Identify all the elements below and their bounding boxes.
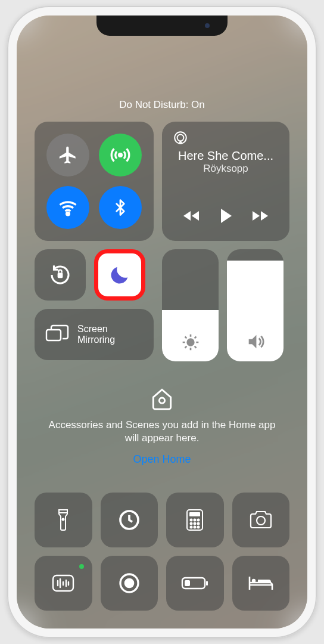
top-row: Here She Come... Röyksopp	[35, 122, 289, 241]
phone-frame: Do Not Disturb: On	[7, 6, 317, 638]
svg-point-21	[257, 516, 265, 525]
svg-rect-27	[185, 580, 190, 586]
svg-point-18	[191, 527, 192, 528]
record-icon	[117, 571, 141, 595]
wifi-button[interactable]	[46, 186, 89, 229]
volume-icon	[245, 332, 266, 352]
svg-point-8	[63, 519, 64, 521]
svg-point-15	[191, 523, 192, 525]
fast-forward-button[interactable]	[251, 209, 269, 223]
timer-button[interactable]	[101, 493, 158, 547]
bedtime-button[interactable]	[232, 556, 290, 611]
flashlight-icon	[57, 507, 70, 532]
camera-icon	[248, 510, 273, 530]
svg-point-24	[125, 579, 133, 587]
svg-point-20	[198, 527, 200, 528]
timer-icon	[117, 508, 141, 532]
bottom-grid	[35, 493, 289, 611]
airplay-icon[interactable]	[173, 130, 188, 145]
open-home-link[interactable]: Open Home	[133, 453, 191, 466]
indicator-dot	[79, 564, 84, 569]
play-button[interactable]	[219, 208, 233, 224]
home-empty-text: Accessories and Scenes you add in the Ho…	[35, 419, 289, 445]
airplane-icon	[58, 145, 78, 165]
rewind-button[interactable]	[182, 209, 200, 223]
screen-mirroring-button[interactable]: Screen Mirroring	[35, 309, 154, 360]
screen-mirroring-label: Screen Mirroring	[77, 324, 115, 345]
screen-record-button[interactable]	[101, 556, 158, 611]
voice-memos-button[interactable]	[35, 556, 92, 611]
svg-point-19	[194, 527, 196, 528]
wifi-icon	[57, 197, 79, 218]
track-artist: Röyksopp	[173, 163, 279, 175]
svg-point-16	[194, 523, 196, 525]
orientation-lock-button[interactable]	[35, 249, 86, 301]
svg-rect-5	[46, 330, 61, 340]
dnd-status-text: Do Not Disturb: On	[35, 99, 289, 111]
svg-point-6	[187, 339, 194, 346]
svg-point-3	[177, 135, 184, 141]
track-title: Here She Come...	[173, 149, 279, 163]
home-section: Accessories and Scenes you add in the Ho…	[35, 385, 289, 466]
svg-point-14	[198, 519, 200, 521]
battery-icon	[180, 575, 209, 591]
svg-point-28	[252, 579, 256, 583]
calculator-button[interactable]	[166, 493, 224, 547]
mid-row: Screen Mirroring	[35, 249, 289, 361]
svg-point-7	[159, 398, 164, 403]
low-power-button[interactable]	[166, 556, 224, 611]
airplane-mode-button[interactable]	[46, 134, 89, 177]
bluetooth-icon	[111, 199, 129, 216]
bed-icon	[247, 574, 275, 592]
moon-icon	[108, 263, 132, 287]
brightness-icon	[181, 333, 200, 352]
svg-point-13	[194, 519, 196, 521]
media-controls	[173, 208, 279, 224]
svg-rect-4	[58, 273, 63, 278]
svg-rect-26	[206, 581, 208, 586]
screen: Do Not Disturb: On	[17, 16, 307, 628]
svg-point-0	[119, 154, 122, 157]
brightness-slider[interactable]	[162, 249, 219, 361]
now-playing-tile[interactable]: Here She Come... Röyksopp	[162, 122, 289, 241]
home-icon	[149, 385, 175, 411]
rotation-lock-icon	[48, 262, 73, 287]
cellular-button[interactable]	[99, 134, 142, 177]
camera-button[interactable]	[232, 493, 290, 547]
control-center: Do Not Disturb: On	[17, 16, 307, 628]
svg-point-17	[198, 523, 200, 525]
volume-slider[interactable]	[227, 249, 284, 361]
svg-rect-11	[189, 512, 200, 516]
calculator-icon	[186, 509, 204, 531]
screen-mirroring-icon	[45, 324, 69, 345]
svg-point-1	[67, 212, 70, 215]
notch	[96, 16, 228, 36]
do-not-disturb-button[interactable]	[94, 249, 145, 301]
svg-point-12	[191, 519, 192, 521]
bluetooth-button[interactable]	[99, 186, 142, 229]
voice-memos-icon	[51, 574, 75, 593]
connectivity-tile[interactable]	[35, 122, 154, 241]
flashlight-button[interactable]	[35, 493, 92, 547]
antenna-icon	[110, 144, 131, 166]
